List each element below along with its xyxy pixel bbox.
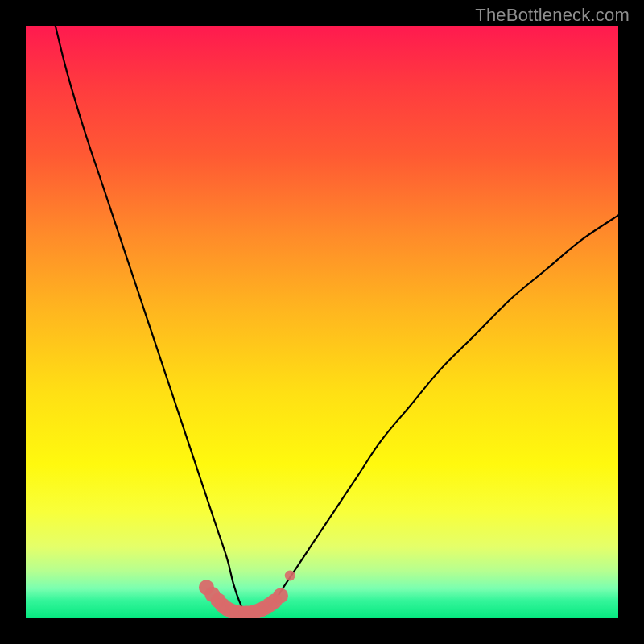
marker-dot [273,588,288,604]
plot-area [26,26,618,618]
marker-dot [285,571,295,581]
chart-frame: TheBottleneck.com [0,0,644,644]
chart-svg [26,26,618,618]
watermark-text: TheBottleneck.com [475,5,630,26]
highlight-markers [199,571,295,618]
bottleneck-curve [56,26,618,616]
